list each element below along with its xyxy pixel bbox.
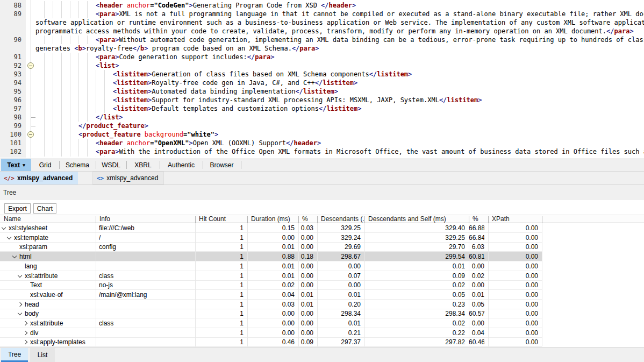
view-tab-grid[interactable]: Grid: [31, 159, 59, 171]
view-tab-browser[interactable]: Browser: [203, 159, 241, 171]
row-name: xsl:param: [19, 243, 96, 251]
profiler-row-head[interactable]: head10.030.010.200.230.050.00: [0, 300, 644, 309]
row-name: Text: [30, 281, 96, 289]
profiler-row-xsl-param[interactable]: xsl:paramconfig10.010.0029.6929.706.030.…: [0, 242, 644, 252]
row-xp: 0.00: [488, 300, 538, 309]
chart-button[interactable]: Chart: [33, 203, 56, 214]
code-line[interactable]: 101<header anchor="OpenXML">Open XML (OO…: [0, 139, 644, 147]
row-name: html: [19, 252, 96, 261]
row-info: [99, 338, 195, 346]
column-header-descendants[interactable]: Descendants (...: [317, 215, 364, 223]
code-line[interactable]: 88<header anchor="CodeGen">Generating Pr…: [0, 1, 644, 10]
row-dself: 298.34: [364, 309, 465, 318]
code-text: <para>Code generation support includes:<…: [96, 53, 274, 61]
row-dself: 297.82: [364, 338, 465, 346]
line-number: 90: [0, 36, 22, 44]
profiler-row-text[interactable]: Textno-js10.020.000.000.020.000.00: [0, 280, 644, 290]
row-dself: 0.02: [364, 281, 465, 289]
column-header-info[interactable]: Info: [96, 215, 195, 223]
column-header-xpath[interactable]: XPath: [488, 215, 542, 223]
profiler-row-body[interactable]: body10.000.00298.34298.3460.570.00: [0, 309, 644, 318]
code-line[interactable]: generates <b>royalty-free</b> program co…: [0, 44, 644, 53]
row-dur: 0.15: [247, 224, 295, 232]
row-hit: 1: [195, 252, 244, 261]
column-header-[interactable]: %: [469, 215, 488, 223]
code-text: </list>: [96, 113, 123, 122]
code-line[interactable]: 91<para>Code generation support includes…: [0, 53, 644, 61]
fold-end-tick: [31, 117, 35, 118]
code-line[interactable]: 102<para>With the introduction of the Of…: [0, 147, 644, 156]
row-dself: 0.22: [364, 329, 465, 337]
row-desc: 0.20: [317, 300, 361, 309]
row-info: [99, 252, 195, 261]
view-tab-xbrl[interactable]: XBRL: [126, 159, 160, 171]
row-name: lang: [25, 262, 96, 271]
code-line[interactable]: 92<list>: [0, 61, 644, 70]
column-header-hit-count[interactable]: Hit Count: [195, 215, 247, 223]
row-pct2: 60.81: [469, 252, 484, 261]
column-header-descendants-and-self-ms[interactable]: Descendants and Self (ms): [364, 215, 469, 223]
profiler-row-xsl-apply-templates[interactable]: xsl:apply-templates10.460.09297.37297.82…: [0, 337, 644, 347]
view-tab-authentic[interactable]: Authentic: [160, 159, 203, 171]
profiler-bottom-tab-bar: Tree List: [0, 347, 644, 362]
profiler-row-xsl-value-of[interactable]: xsl:value-of/main/@xml:lang10.040.010.01…: [0, 290, 644, 300]
code-line[interactable]: 96<listitem>Support for industry-standar…: [0, 96, 644, 104]
xml-document-icon: <>: [97, 175, 104, 182]
profiler-row-html[interactable]: html10.880.18298.67299.5460.810.00: [0, 252, 644, 261]
row-xp: 0.00: [488, 224, 538, 232]
code-line[interactable]: 90<para>Without automated code generatio…: [0, 36, 644, 44]
fold-collapse-icon[interactable]: [27, 131, 34, 138]
code-line[interactable]: 93<listitem>Generation of class files ba…: [0, 70, 644, 79]
line-number: 102: [0, 147, 22, 156]
code-line[interactable]: 98</list>: [0, 113, 644, 122]
code-line[interactable]: 94<listitem>Royalty-free code gen in Jav…: [0, 79, 644, 87]
row-pct2: 0.00: [469, 319, 484, 328]
line-number: 98: [0, 113, 22, 122]
row-info: /main/@xml:lang: [99, 290, 195, 299]
row-xp: 0.00: [488, 281, 538, 289]
row-xp: 0.00: [488, 243, 538, 251]
code-line[interactable]: 99</product_feature>: [0, 122, 644, 130]
row-pct: 0.01: [298, 300, 313, 309]
row-info: /: [99, 233, 195, 242]
row-dur: 0.03: [247, 300, 295, 309]
code-line[interactable]: programmatic access methods within your …: [0, 27, 644, 36]
export-button[interactable]: Export: [4, 203, 31, 214]
row-name: head: [25, 300, 96, 309]
xml-text-editor[interactable]: 88<header anchor="CodeGen">Generating Pr…: [0, 0, 644, 158]
file-tab-xmlspy-advanced-inactive[interactable]: <> xmlspy_advanced: [92, 172, 164, 184]
profiler-row-xsl-attribute[interactable]: xsl:attributeclass10.010.000.070.090.020…: [0, 271, 644, 281]
tab-list[interactable]: List: [30, 348, 55, 362]
column-header-duration-ms[interactable]: Duration (ms): [247, 215, 298, 223]
profiler-row-xsl-stylesheet[interactable]: xsl:stylesheetfile:///C:/web10.150.03329…: [0, 223, 644, 233]
row-desc: 0.07: [317, 272, 361, 280]
row-dur: 0.00: [247, 319, 295, 328]
file-tab-xmlspy-advanced-active[interactable]: </> xmlspy_advanced: [0, 172, 78, 184]
row-pct: 0.00: [298, 319, 313, 328]
column-header-[interactable]: %: [298, 215, 317, 223]
row-desc: 329.24: [317, 233, 361, 242]
code-line[interactable]: 97<listitem>Default templates and custom…: [0, 104, 644, 113]
profiler-row-lang[interactable]: lang10.010.000.000.010.000.00: [0, 261, 644, 271]
view-tab-schema[interactable]: Schema: [59, 159, 96, 171]
profiler-row-xsl-attribute[interactable]: xsl:attributeclass10.000.000.010.020.000…: [0, 318, 644, 328]
code-line[interactable]: 100<product_feature background="white">: [0, 130, 644, 139]
view-tab-text[interactable]: Text▾: [1, 159, 31, 171]
profiler-row-xsl-template[interactable]: xsl:template/10.000.00329.24329.2566.840…: [0, 233, 644, 243]
code-line[interactable]: software application or runtime environm…: [0, 18, 644, 27]
fold-collapse-icon[interactable]: [27, 62, 34, 69]
code-line[interactable]: 95<listitem>Automated data binding imple…: [0, 87, 644, 96]
row-hit: 1: [195, 243, 244, 251]
row-xp: 0.00: [488, 272, 538, 280]
row-name: xsl:attribute: [30, 319, 96, 328]
profiler-row-div[interactable]: div10.000.000.210.220.040.00: [0, 328, 644, 338]
tab-tree[interactable]: Tree: [1, 348, 28, 362]
row-pct2: 0.01: [469, 290, 484, 299]
line-number: 97: [0, 104, 22, 113]
view-tab-wsdl[interactable]: WSDL: [96, 159, 126, 171]
profiler-toolbar: Export Chart: [0, 200, 644, 215]
row-xp: 0.00: [488, 319, 538, 328]
code-line[interactable]: 89<para>XML is not a full programming la…: [0, 10, 644, 18]
row-info: [99, 309, 195, 318]
column-header-name[interactable]: Name: [0, 215, 96, 223]
